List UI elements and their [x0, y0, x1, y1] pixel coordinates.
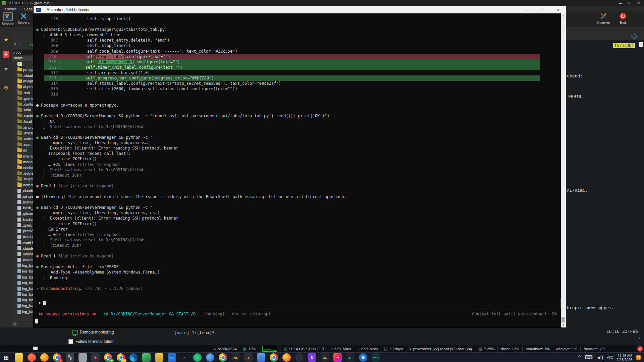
chrome-profile-3[interactable]: 715 — [117, 353, 125, 362]
x-server-button[interactable]: X server — [597, 12, 610, 26]
hs-app[interactable]: HS — [231, 353, 240, 362]
app-j1[interactable]: J1 — [321, 353, 329, 362]
file-row[interactable]: .npm — [12, 142, 34, 147]
app-blue-round[interactable] — [206, 353, 214, 362]
quick-app[interactable]: Quick — [372, 353, 380, 362]
file-row[interactable]: myvpn — [12, 78, 34, 84]
file-row[interactable]: go — [12, 147, 34, 153]
app-green[interactable] — [142, 353, 151, 362]
refresh-icon[interactable]: ↻ — [29, 43, 34, 47]
claude-input-box[interactable]: > — [36, 298, 561, 308]
file-row[interactable]: .git-crede — [12, 193, 34, 199]
app-teal-round[interactable] — [193, 353, 202, 362]
file-row[interactable]: endlessh — [12, 165, 34, 170]
tray-chevron-icon[interactable]: ⌃ — [577, 354, 582, 361]
scrollbar-thumb[interactable] — [561, 317, 565, 322]
file-row[interactable]: .nuget — [12, 176, 34, 182]
file-row[interactable]: log_backu — [12, 268, 34, 274]
file-row[interactable]: log_backu — [12, 263, 34, 268]
app-purple[interactable]: N — [308, 353, 316, 362]
camera-blue[interactable]: ◉ — [359, 353, 367, 362]
file-row[interactable]: .viminfo — [12, 251, 34, 257]
bg-scrollbar-up-arrow[interactable]: ^ — [639, 42, 643, 47]
file-row[interactable]: .cache — [12, 113, 34, 119]
file-row[interactable]: .wget-hs — [12, 240, 34, 245]
file-row[interactable]: .tmux.co — [12, 234, 34, 240]
file-row[interactable]: .bash_his — [12, 205, 34, 211]
bg-scrollbar-down-arrow[interactable]: ˅ — [638, 336, 640, 340]
folder-app[interactable] — [155, 353, 163, 362]
scrollbar-down-arrow[interactable]: ▼ — [561, 323, 566, 327]
file-row[interactable]: .local — [12, 119, 34, 124]
language-indicator[interactable]: РУС — [606, 356, 613, 359]
console-titlebar[interactable]: >_ · Animation field behavior — □ ✕ — [34, 6, 566, 13]
app-gray[interactable] — [78, 353, 87, 362]
file-row[interactable]: proxyapis — [12, 67, 34, 72]
chrome[interactable]: 2 — [53, 353, 61, 362]
file-explorer[interactable] — [15, 353, 23, 362]
app-dark-1[interactable]: ▚ — [66, 353, 74, 362]
keyboard-icon[interactable]: ⌨ — [585, 354, 593, 361]
file-row[interactable]: log_backu — [12, 292, 34, 297]
download-icon[interactable]: ↓ — [18, 43, 23, 47]
app-dark-round[interactable] — [295, 353, 304, 362]
file-row[interactable]: .dotnet — [12, 171, 34, 176]
console-close-button[interactable]: ✕ — [550, 6, 566, 13]
exit-button[interactable]: Exit — [620, 12, 626, 26]
session-button[interactable]: Session — [1, 12, 15, 26]
file-row[interactable]: log_backu — [12, 286, 34, 291]
tools-knife-icon[interactable]: ✚ — [3, 51, 9, 58]
file-row[interactable]: dotnet9 — [12, 182, 34, 188]
file-row[interactable]: .zshrc — [12, 222, 34, 228]
console-scrollbar[interactable]: ▲ ▼ — [561, 13, 566, 327]
sftp-horizontal-scrollbar[interactable]: < — [12, 321, 34, 327]
folder-blue[interactable] — [257, 353, 265, 362]
moba-minimize-button[interactable]: — — [619, 1, 622, 5]
vlc[interactable]: ▲ — [244, 353, 253, 362]
menu-terminal[interactable]: Terminal — [3, 7, 17, 11]
file-row[interactable]: .claude.js — [12, 245, 34, 251]
firefox-2[interactable] — [282, 353, 291, 362]
remote-monitoring-button[interactable]: Remote monitoring — [72, 330, 114, 335]
file-row[interactable]: .gitconfig — [12, 211, 34, 217]
file-row[interactable]: log_backu — [12, 303, 34, 309]
chrome-main[interactable] — [219, 353, 227, 362]
upload-icon[interactable]: ↑ — [24, 43, 28, 47]
file-row[interactable]: .config — [12, 101, 34, 107]
file-row[interactable]: .claude.js — [12, 188, 34, 193]
brave[interactable] — [28, 353, 36, 362]
jetbrains[interactable]: JB — [333, 353, 342, 362]
anydesk[interactable]: ◆ — [91, 353, 100, 362]
console-maximize-button[interactable]: □ — [535, 6, 550, 13]
console-dark[interactable]: >_ — [180, 353, 189, 362]
scroll-left-button[interactable]: < — [12, 321, 17, 327]
powershell-dark[interactable]: ≥_ — [346, 353, 355, 362]
console-minimize-button[interactable]: — — [520, 6, 535, 13]
follow-terminal-folder-checkbox[interactable] — [68, 339, 73, 344]
file-row[interactable]: log_backu — [12, 309, 34, 314]
tray-clock[interactable]: 11:16 AM 2/23/2026 — [616, 354, 632, 362]
file-row[interactable]: .mariadb — [12, 257, 34, 262]
chrome-4[interactable] — [270, 353, 278, 362]
monitoring-close-button[interactable]: ✕ — [637, 346, 643, 352]
file-row[interactable]: ↑.. — [12, 61, 34, 67]
file-row[interactable]: .profile — [12, 228, 34, 234]
moba-restore-button[interactable]: ❐ — [628, 1, 631, 5]
file-row[interactable]: .gemini — [12, 96, 34, 101]
edge[interactable] — [129, 353, 138, 362]
sftp-path-field[interactable]: /root/ — [12, 50, 34, 55]
file-row[interactable]: .lesshst — [12, 199, 34, 205]
file-row[interactable]: .ssh — [12, 90, 34, 96]
go-up-folder-icon[interactable]: ⤒ — [13, 43, 17, 47]
paper-plane-icon[interactable]: ➤ — [0, 64, 13, 73]
scrollbar-up-arrow[interactable]: ▲ — [561, 13, 566, 18]
file-row[interactable]: .claude — [12, 72, 34, 78]
file-row[interactable]: log_backu — [12, 280, 34, 286]
chrome-profile-2[interactable]: 30 — [104, 353, 112, 362]
file-row[interactable]: mariadb-c — [12, 159, 34, 165]
file-row[interactable]: .codex — [12, 136, 34, 141]
file-row[interactable]: .kimi — [12, 107, 34, 113]
file-row[interactable]: .bashrc — [12, 217, 34, 222]
start-button[interactable]: ⊞ — [2, 353, 10, 362]
notification-badge[interactable]: 32 — [636, 355, 641, 360]
